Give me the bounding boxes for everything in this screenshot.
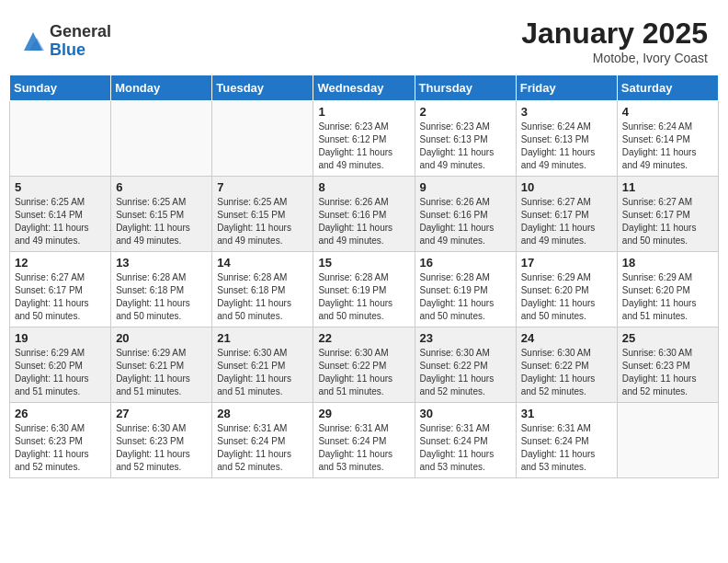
day-info: Sunrise: 6:25 AM Sunset: 6:15 PM Dayligh… <box>217 196 308 247</box>
day-info: Sunrise: 6:31 AM Sunset: 6:24 PM Dayligh… <box>318 422 409 474</box>
day-info: Sunrise: 6:30 AM Sunset: 6:23 PM Dayligh… <box>116 422 207 474</box>
day-number: 26 <box>15 407 106 420</box>
calendar-cell: 23Sunrise: 6:30 AM Sunset: 6:22 PM Dayli… <box>415 327 516 403</box>
calendar-cell: 30Sunrise: 6:31 AM Sunset: 6:24 PM Dayli… <box>415 403 516 478</box>
day-number: 11 <box>622 180 713 194</box>
day-number: 28 <box>217 407 308 420</box>
calendar-week-row: 12Sunrise: 6:27 AM Sunset: 6:17 PM Dayli… <box>10 252 719 327</box>
day-number: 29 <box>318 407 409 420</box>
calendar-cell: 9Sunrise: 6:26 AM Sunset: 6:16 PM Daylig… <box>415 177 516 252</box>
header: General Blue January 2025 Motobe, Ivory … <box>9 9 719 71</box>
weekday-header-monday: Monday <box>111 75 212 101</box>
calendar-cell: 12Sunrise: 6:27 AM Sunset: 6:17 PM Dayli… <box>10 252 111 327</box>
day-info: Sunrise: 6:30 AM Sunset: 6:22 PM Dayligh… <box>318 347 409 398</box>
calendar-cell: 21Sunrise: 6:30 AM Sunset: 6:21 PM Dayli… <box>212 327 313 403</box>
calendar-week-row: 26Sunrise: 6:30 AM Sunset: 6:23 PM Dayli… <box>10 403 719 478</box>
day-number: 30 <box>420 407 511 420</box>
calendar-cell: 4Sunrise: 6:24 AM Sunset: 6:14 PM Daylig… <box>617 101 718 177</box>
calendar-cell: 3Sunrise: 6:24 AM Sunset: 6:13 PM Daylig… <box>516 101 617 177</box>
calendar-cell: 24Sunrise: 6:30 AM Sunset: 6:22 PM Dayli… <box>516 327 617 403</box>
calendar-cell: 13Sunrise: 6:28 AM Sunset: 6:18 PM Dayli… <box>111 252 212 327</box>
calendar-cell: 2Sunrise: 6:23 AM Sunset: 6:13 PM Daylig… <box>415 101 516 177</box>
day-info: Sunrise: 6:29 AM Sunset: 6:20 PM Dayligh… <box>521 271 612 323</box>
calendar-cell <box>111 101 212 177</box>
calendar-cell: 19Sunrise: 6:29 AM Sunset: 6:20 PM Dayli… <box>10 327 111 403</box>
day-number: 12 <box>15 256 106 270</box>
day-info: Sunrise: 6:31 AM Sunset: 6:24 PM Dayligh… <box>521 422 612 474</box>
calendar-week-row: 1Sunrise: 6:23 AM Sunset: 6:12 PM Daylig… <box>10 101 719 177</box>
calendar-cell: 14Sunrise: 6:28 AM Sunset: 6:18 PM Dayli… <box>212 252 313 327</box>
day-info: Sunrise: 6:28 AM Sunset: 6:18 PM Dayligh… <box>116 271 207 323</box>
day-number: 24 <box>521 331 612 345</box>
calendar-table: SundayMondayTuesdayWednesdayThursdayFrid… <box>9 75 719 478</box>
calendar-cell: 18Sunrise: 6:29 AM Sunset: 6:20 PM Dayli… <box>617 252 718 327</box>
calendar-cell: 7Sunrise: 6:25 AM Sunset: 6:15 PM Daylig… <box>212 177 313 252</box>
day-info: Sunrise: 6:29 AM Sunset: 6:20 PM Dayligh… <box>15 347 106 398</box>
day-info: Sunrise: 6:30 AM Sunset: 6:22 PM Dayligh… <box>521 347 612 398</box>
logo-text: General Blue <box>50 23 111 60</box>
day-info: Sunrise: 6:28 AM Sunset: 6:18 PM Dayligh… <box>217 271 308 323</box>
day-number: 1 <box>318 105 409 119</box>
logo-blue-text: Blue <box>50 41 111 60</box>
day-info: Sunrise: 6:30 AM Sunset: 6:23 PM Dayligh… <box>15 422 106 474</box>
weekday-header-thursday: Thursday <box>415 75 516 101</box>
calendar-cell: 27Sunrise: 6:30 AM Sunset: 6:23 PM Dayli… <box>111 403 212 478</box>
day-info: Sunrise: 6:25 AM Sunset: 6:15 PM Dayligh… <box>116 196 207 247</box>
title-area: January 2025 Motobe, Ivory Coast <box>521 17 708 65</box>
calendar-cell: 6Sunrise: 6:25 AM Sunset: 6:15 PM Daylig… <box>111 177 212 252</box>
calendar-cell: 1Sunrise: 6:23 AM Sunset: 6:12 PM Daylig… <box>313 101 415 177</box>
day-info: Sunrise: 6:24 AM Sunset: 6:14 PM Dayligh… <box>622 121 713 172</box>
day-info: Sunrise: 6:28 AM Sunset: 6:19 PM Dayligh… <box>420 271 511 323</box>
weekday-header-row: SundayMondayTuesdayWednesdayThursdayFrid… <box>10 75 719 101</box>
day-info: Sunrise: 6:28 AM Sunset: 6:19 PM Dayligh… <box>318 271 409 323</box>
day-number: 23 <box>420 331 511 345</box>
calendar-cell: 20Sunrise: 6:29 AM Sunset: 6:21 PM Dayli… <box>111 327 212 403</box>
day-number: 31 <box>521 407 612 420</box>
day-number: 14 <box>217 256 308 270</box>
day-info: Sunrise: 6:31 AM Sunset: 6:24 PM Dayligh… <box>420 422 511 474</box>
day-number: 2 <box>420 105 511 119</box>
day-number: 3 <box>521 105 612 119</box>
day-number: 25 <box>622 331 713 345</box>
day-info: Sunrise: 6:30 AM Sunset: 6:21 PM Dayligh… <box>217 347 308 398</box>
calendar-week-row: 5Sunrise: 6:25 AM Sunset: 6:14 PM Daylig… <box>10 177 719 252</box>
calendar-cell: 26Sunrise: 6:30 AM Sunset: 6:23 PM Dayli… <box>10 403 111 478</box>
day-info: Sunrise: 6:23 AM Sunset: 6:13 PM Dayligh… <box>420 121 511 172</box>
day-info: Sunrise: 6:23 AM Sunset: 6:12 PM Dayligh… <box>318 121 409 172</box>
calendar-cell: 16Sunrise: 6:28 AM Sunset: 6:19 PM Dayli… <box>415 252 516 327</box>
day-number: 22 <box>318 331 409 345</box>
day-info: Sunrise: 6:24 AM Sunset: 6:13 PM Dayligh… <box>521 121 612 172</box>
day-number: 19 <box>15 331 106 345</box>
day-info: Sunrise: 6:29 AM Sunset: 6:21 PM Dayligh… <box>116 347 207 398</box>
weekday-header-friday: Friday <box>516 75 617 101</box>
calendar-cell: 29Sunrise: 6:31 AM Sunset: 6:24 PM Dayli… <box>313 403 415 478</box>
weekday-header-sunday: Sunday <box>10 75 111 101</box>
calendar-cell: 11Sunrise: 6:27 AM Sunset: 6:17 PM Dayli… <box>617 177 718 252</box>
day-number: 9 <box>420 180 511 194</box>
weekday-header-tuesday: Tuesday <box>212 75 313 101</box>
calendar-cell: 17Sunrise: 6:29 AM Sunset: 6:20 PM Dayli… <box>516 252 617 327</box>
weekday-header-wednesday: Wednesday <box>313 75 415 101</box>
day-number: 7 <box>217 180 308 194</box>
day-number: 10 <box>521 180 612 194</box>
calendar-cell: 22Sunrise: 6:30 AM Sunset: 6:22 PM Dayli… <box>313 327 415 403</box>
day-info: Sunrise: 6:30 AM Sunset: 6:23 PM Dayligh… <box>622 347 713 398</box>
day-number: 16 <box>420 256 511 270</box>
day-number: 20 <box>116 331 207 345</box>
calendar-cell: 31Sunrise: 6:31 AM Sunset: 6:24 PM Dayli… <box>516 403 617 478</box>
day-info: Sunrise: 6:27 AM Sunset: 6:17 PM Dayligh… <box>15 271 106 323</box>
day-number: 8 <box>318 180 409 194</box>
calendar-title: January 2025 <box>521 17 708 51</box>
calendar-cell: 28Sunrise: 6:31 AM Sunset: 6:24 PM Dayli… <box>212 403 313 478</box>
day-number: 21 <box>217 331 308 345</box>
calendar-week-row: 19Sunrise: 6:29 AM Sunset: 6:20 PM Dayli… <box>10 327 719 403</box>
day-info: Sunrise: 6:31 AM Sunset: 6:24 PM Dayligh… <box>217 422 308 474</box>
calendar-cell: 15Sunrise: 6:28 AM Sunset: 6:19 PM Dayli… <box>313 252 415 327</box>
calendar-cell: 5Sunrise: 6:25 AM Sunset: 6:14 PM Daylig… <box>10 177 111 252</box>
day-info: Sunrise: 6:29 AM Sunset: 6:20 PM Dayligh… <box>622 271 713 323</box>
day-info: Sunrise: 6:26 AM Sunset: 6:16 PM Dayligh… <box>420 196 511 247</box>
calendar-cell: 25Sunrise: 6:30 AM Sunset: 6:23 PM Dayli… <box>617 327 718 403</box>
calendar-cell <box>10 101 111 177</box>
logo-icon <box>20 29 46 54</box>
calendar-location: Motobe, Ivory Coast <box>521 51 708 65</box>
